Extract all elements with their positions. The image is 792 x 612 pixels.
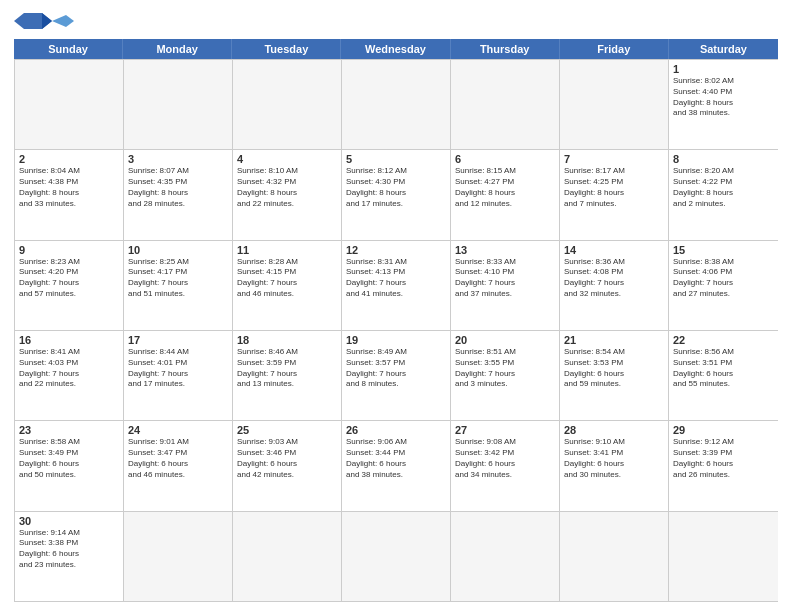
day-number: 2	[19, 153, 119, 165]
calendar-cell	[669, 512, 778, 601]
day-number: 4	[237, 153, 337, 165]
day-info: Sunrise: 9:12 AM Sunset: 3:39 PM Dayligh…	[673, 437, 774, 480]
calendar-cell: 19Sunrise: 8:49 AM Sunset: 3:57 PM Dayli…	[342, 331, 451, 420]
calendar-cell: 1Sunrise: 8:02 AM Sunset: 4:40 PM Daylig…	[669, 60, 778, 149]
day-info: Sunrise: 9:08 AM Sunset: 3:42 PM Dayligh…	[455, 437, 555, 480]
day-info: Sunrise: 8:17 AM Sunset: 4:25 PM Dayligh…	[564, 166, 664, 209]
day-info: Sunrise: 8:38 AM Sunset: 4:06 PM Dayligh…	[673, 257, 774, 300]
calendar-cell	[124, 60, 233, 149]
calendar-cell: 26Sunrise: 9:06 AM Sunset: 3:44 PM Dayli…	[342, 421, 451, 510]
calendar-row: 1Sunrise: 8:02 AM Sunset: 4:40 PM Daylig…	[15, 59, 778, 149]
calendar-cell: 12Sunrise: 8:31 AM Sunset: 4:13 PM Dayli…	[342, 241, 451, 330]
day-number: 27	[455, 424, 555, 436]
day-number: 19	[346, 334, 446, 346]
day-number: 15	[673, 244, 774, 256]
day-number: 29	[673, 424, 774, 436]
day-number: 12	[346, 244, 446, 256]
calendar-cell: 24Sunrise: 9:01 AM Sunset: 3:47 PM Dayli…	[124, 421, 233, 510]
calendar-cell: 28Sunrise: 9:10 AM Sunset: 3:41 PM Dayli…	[560, 421, 669, 510]
calendar-cell: 3Sunrise: 8:07 AM Sunset: 4:35 PM Daylig…	[124, 150, 233, 239]
calendar-cell: 21Sunrise: 8:54 AM Sunset: 3:53 PM Dayli…	[560, 331, 669, 420]
calendar-header: SundayMondayTuesdayWednesdayThursdayFrid…	[14, 39, 778, 59]
day-number: 16	[19, 334, 119, 346]
calendar-cell: 4Sunrise: 8:10 AM Sunset: 4:32 PM Daylig…	[233, 150, 342, 239]
day-info: Sunrise: 8:56 AM Sunset: 3:51 PM Dayligh…	[673, 347, 774, 390]
calendar-body: 1Sunrise: 8:02 AM Sunset: 4:40 PM Daylig…	[14, 59, 778, 602]
calendar-row: 30Sunrise: 9:14 AM Sunset: 3:38 PM Dayli…	[15, 511, 778, 601]
day-number: 28	[564, 424, 664, 436]
weekday-header: Friday	[560, 39, 669, 59]
day-info: Sunrise: 8:28 AM Sunset: 4:15 PM Dayligh…	[237, 257, 337, 300]
day-number: 24	[128, 424, 228, 436]
weekday-header: Saturday	[669, 39, 778, 59]
day-info: Sunrise: 8:15 AM Sunset: 4:27 PM Dayligh…	[455, 166, 555, 209]
day-info: Sunrise: 8:02 AM Sunset: 4:40 PM Dayligh…	[673, 76, 774, 119]
calendar-cell: 5Sunrise: 8:12 AM Sunset: 4:30 PM Daylig…	[342, 150, 451, 239]
calendar-cell	[233, 60, 342, 149]
calendar-cell: 22Sunrise: 8:56 AM Sunset: 3:51 PM Dayli…	[669, 331, 778, 420]
day-number: 1	[673, 63, 774, 75]
day-number: 23	[19, 424, 119, 436]
calendar-cell: 10Sunrise: 8:25 AM Sunset: 4:17 PM Dayli…	[124, 241, 233, 330]
svg-marker-2	[52, 15, 74, 27]
day-number: 6	[455, 153, 555, 165]
calendar-cell: 30Sunrise: 9:14 AM Sunset: 3:38 PM Dayli…	[15, 512, 124, 601]
day-number: 26	[346, 424, 446, 436]
calendar-cell: 9Sunrise: 8:23 AM Sunset: 4:20 PM Daylig…	[15, 241, 124, 330]
day-number: 20	[455, 334, 555, 346]
calendar-cell: 13Sunrise: 8:33 AM Sunset: 4:10 PM Dayli…	[451, 241, 560, 330]
day-info: Sunrise: 9:06 AM Sunset: 3:44 PM Dayligh…	[346, 437, 446, 480]
calendar-cell: 25Sunrise: 9:03 AM Sunset: 3:46 PM Dayli…	[233, 421, 342, 510]
day-number: 14	[564, 244, 664, 256]
day-info: Sunrise: 9:14 AM Sunset: 3:38 PM Dayligh…	[19, 528, 119, 571]
weekday-header: Tuesday	[232, 39, 341, 59]
day-info: Sunrise: 9:10 AM Sunset: 3:41 PM Dayligh…	[564, 437, 664, 480]
day-number: 9	[19, 244, 119, 256]
calendar-cell: 17Sunrise: 8:44 AM Sunset: 4:01 PM Dayli…	[124, 331, 233, 420]
day-info: Sunrise: 8:49 AM Sunset: 3:57 PM Dayligh…	[346, 347, 446, 390]
day-number: 21	[564, 334, 664, 346]
weekday-header: Thursday	[451, 39, 560, 59]
day-number: 13	[455, 244, 555, 256]
day-info: Sunrise: 8:10 AM Sunset: 4:32 PM Dayligh…	[237, 166, 337, 209]
calendar-cell: 23Sunrise: 8:58 AM Sunset: 3:49 PM Dayli…	[15, 421, 124, 510]
calendar-cell	[342, 512, 451, 601]
calendar-cell: 6Sunrise: 8:15 AM Sunset: 4:27 PM Daylig…	[451, 150, 560, 239]
day-info: Sunrise: 8:23 AM Sunset: 4:20 PM Dayligh…	[19, 257, 119, 300]
day-number: 17	[128, 334, 228, 346]
day-info: Sunrise: 8:36 AM Sunset: 4:08 PM Dayligh…	[564, 257, 664, 300]
calendar-cell: 15Sunrise: 8:38 AM Sunset: 4:06 PM Dayli…	[669, 241, 778, 330]
calendar-cell: 16Sunrise: 8:41 AM Sunset: 4:03 PM Dayli…	[15, 331, 124, 420]
day-info: Sunrise: 8:46 AM Sunset: 3:59 PM Dayligh…	[237, 347, 337, 390]
weekday-header: Wednesday	[341, 39, 450, 59]
day-number: 22	[673, 334, 774, 346]
calendar-cell	[560, 60, 669, 149]
day-info: Sunrise: 8:54 AM Sunset: 3:53 PM Dayligh…	[564, 347, 664, 390]
calendar-cell: 11Sunrise: 8:28 AM Sunset: 4:15 PM Dayli…	[233, 241, 342, 330]
day-number: 30	[19, 515, 119, 527]
day-number: 11	[237, 244, 337, 256]
logo	[14, 10, 74, 33]
calendar-cell: 27Sunrise: 9:08 AM Sunset: 3:42 PM Dayli…	[451, 421, 560, 510]
day-info: Sunrise: 8:04 AM Sunset: 4:38 PM Dayligh…	[19, 166, 119, 209]
logo-icon	[14, 11, 74, 29]
calendar-cell: 8Sunrise: 8:20 AM Sunset: 4:22 PM Daylig…	[669, 150, 778, 239]
calendar-row: 9Sunrise: 8:23 AM Sunset: 4:20 PM Daylig…	[15, 240, 778, 330]
day-number: 18	[237, 334, 337, 346]
calendar-cell	[233, 512, 342, 601]
day-info: Sunrise: 8:31 AM Sunset: 4:13 PM Dayligh…	[346, 257, 446, 300]
calendar-row: 23Sunrise: 8:58 AM Sunset: 3:49 PM Dayli…	[15, 420, 778, 510]
day-number: 7	[564, 153, 664, 165]
calendar-cell: 20Sunrise: 8:51 AM Sunset: 3:55 PM Dayli…	[451, 331, 560, 420]
page-header	[14, 10, 778, 33]
calendar-row: 16Sunrise: 8:41 AM Sunset: 4:03 PM Dayli…	[15, 330, 778, 420]
calendar-cell	[451, 512, 560, 601]
calendar-cell: 14Sunrise: 8:36 AM Sunset: 4:08 PM Dayli…	[560, 241, 669, 330]
day-info: Sunrise: 9:01 AM Sunset: 3:47 PM Dayligh…	[128, 437, 228, 480]
calendar-cell: 18Sunrise: 8:46 AM Sunset: 3:59 PM Dayli…	[233, 331, 342, 420]
day-info: Sunrise: 8:58 AM Sunset: 3:49 PM Dayligh…	[19, 437, 119, 480]
calendar-cell: 2Sunrise: 8:04 AM Sunset: 4:38 PM Daylig…	[15, 150, 124, 239]
day-info: Sunrise: 8:33 AM Sunset: 4:10 PM Dayligh…	[455, 257, 555, 300]
calendar-cell: 29Sunrise: 9:12 AM Sunset: 3:39 PM Dayli…	[669, 421, 778, 510]
day-info: Sunrise: 8:20 AM Sunset: 4:22 PM Dayligh…	[673, 166, 774, 209]
